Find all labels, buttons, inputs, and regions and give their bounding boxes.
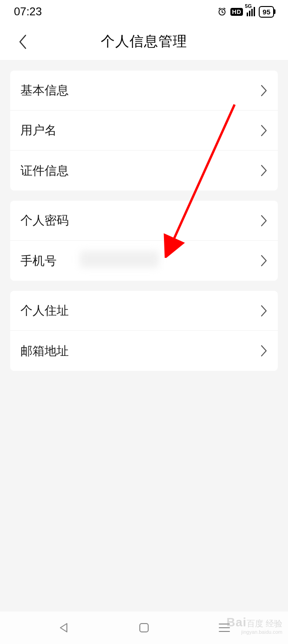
row-basic-info[interactable]: 基本信息 (10, 71, 278, 111)
row-label: 个人密码 (20, 212, 69, 229)
row-label: 邮箱地址 (20, 343, 69, 359)
back-button[interactable] (13, 33, 32, 51)
signal-icon: 5G (247, 7, 255, 16)
status-icons: HD 5G 95 (217, 6, 274, 18)
svg-rect-2 (140, 624, 148, 632)
hd-badge: HD (230, 8, 243, 16)
row-email[interactable]: 邮箱地址 (10, 331, 278, 371)
chevron-right-icon (260, 304, 268, 317)
row-label: 个人住址 (20, 302, 69, 319)
menu-recent-icon (218, 623, 230, 633)
status-bar: 07:23 HD 5G 95 (0, 0, 288, 23)
content-area: 基本信息 用户名 证件信息 个人密码 手机号 个人住址 邮箱地址 (0, 60, 288, 371)
chevron-right-icon (260, 84, 268, 97)
row-phone[interactable]: 手机号 (10, 241, 278, 281)
square-home-icon (138, 622, 150, 633)
row-username[interactable]: 用户名 (10, 111, 278, 151)
row-label: 用户名 (20, 122, 57, 138)
chevron-right-icon (260, 214, 268, 227)
android-nav-bar (0, 611, 288, 644)
settings-group-1: 基本信息 用户名 证件信息 (10, 71, 278, 191)
settings-group-2: 个人密码 手机号 (10, 201, 278, 281)
nav-back-button[interactable] (50, 614, 78, 642)
chevron-right-icon (260, 164, 268, 177)
nav-recent-button[interactable] (210, 614, 238, 642)
page-title: 个人信息管理 (0, 32, 288, 51)
row-value-phone (57, 251, 260, 270)
triangle-back-icon (58, 622, 70, 634)
row-label: 证件信息 (20, 163, 69, 179)
chevron-left-icon (17, 33, 27, 50)
row-address[interactable]: 个人住址 (10, 291, 278, 331)
chevron-right-icon (260, 124, 268, 137)
chevron-right-icon (260, 254, 268, 267)
row-label: 手机号 (20, 253, 57, 269)
settings-group-3: 个人住址 邮箱地址 (10, 291, 278, 371)
row-password[interactable]: 个人密码 (10, 201, 278, 241)
nav-home-button[interactable] (130, 614, 158, 642)
page-header: 个人信息管理 (0, 23, 288, 60)
row-id-info[interactable]: 证件信息 (10, 151, 278, 191)
battery-icon: 95 (259, 6, 274, 18)
status-time: 07:23 (14, 5, 42, 18)
row-label: 基本信息 (20, 82, 69, 99)
chevron-right-icon (260, 344, 268, 357)
alarm-icon (217, 7, 227, 16)
